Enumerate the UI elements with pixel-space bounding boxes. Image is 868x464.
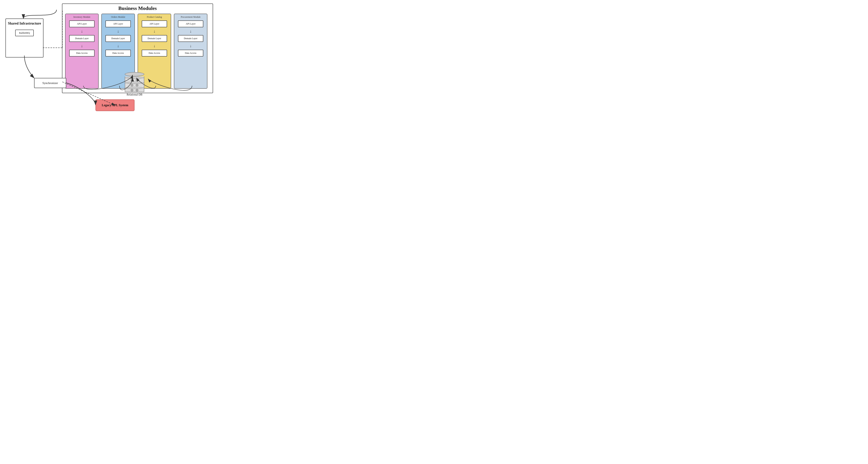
product-catalog-title: Product Catalog xyxy=(140,16,169,19)
product-arrow-1: ↓ xyxy=(140,27,169,35)
procurement-module: Procurement Module API Layer ↓ Domain La… xyxy=(174,13,208,89)
procurement-domain-layer: Domain Layer xyxy=(178,35,203,42)
orders-arrow-2: ↓ xyxy=(104,42,132,50)
inventory-module-title: Inventory Module xyxy=(67,16,96,19)
product-data-access: Data Access xyxy=(142,50,167,57)
database-dot-1 xyxy=(131,79,133,82)
database-top xyxy=(125,72,144,76)
procurement-module-title: Procurement Module xyxy=(176,16,205,19)
database-ring-2 xyxy=(125,82,144,84)
procurement-arrow-1: ↓ xyxy=(176,27,205,35)
database-container: Relational DB xyxy=(123,72,146,97)
product-domain-layer: Domain Layer xyxy=(142,35,167,42)
orders-domain-layer: Domain Layer xyxy=(105,35,131,42)
database-cylinder xyxy=(125,72,144,92)
orders-module-title: Orders Module xyxy=(104,16,132,19)
synchronizer-box: Synchronizer xyxy=(34,78,66,88)
legacy-system-box: Legacy APL System xyxy=(95,99,134,111)
database-body xyxy=(125,76,144,92)
database-dot-4 xyxy=(136,84,138,87)
product-arrow-2: ↓ xyxy=(140,42,169,50)
database-dot-5 xyxy=(131,89,133,92)
database-label: Relational DB xyxy=(127,93,143,96)
business-modules-title: Business Modules xyxy=(62,5,213,11)
inventory-arrow-1: ↓ xyxy=(67,27,96,35)
inventory-module: Inventory Module API Layer ↓ Domain Laye… xyxy=(65,13,99,89)
database-dot-2 xyxy=(136,79,138,82)
diagram-container: Business Modules Inventory Module API La… xyxy=(0,0,217,116)
orders-data-access: Data Access xyxy=(105,50,131,57)
database-dot-3 xyxy=(131,84,133,87)
shared-infra-title: Shared Infrastructure xyxy=(8,21,41,26)
procurement-data-access: Data Access xyxy=(178,50,203,57)
orders-arrow-1: ↓ xyxy=(104,27,132,35)
procurement-api-layer: API Layer xyxy=(178,21,203,27)
inventory-data-access: Data Access xyxy=(69,50,95,57)
inventory-domain-layer: Domain Layer xyxy=(69,35,95,42)
shared-infrastructure-box: Shared Infrastructure RabbitMQ xyxy=(5,19,43,58)
inventory-api-layer: API Layer xyxy=(69,21,95,27)
procurement-arrow-2: ↓ xyxy=(176,42,205,50)
database-dot-6 xyxy=(136,89,138,92)
rabbitmq-box: RabbitMQ xyxy=(15,30,34,36)
inventory-arrow-2: ↓ xyxy=(67,42,96,50)
database-ring-1 xyxy=(125,77,144,79)
product-api-layer: API Layer xyxy=(142,21,167,27)
orders-api-layer: API Layer xyxy=(105,21,131,27)
database-ring-3 xyxy=(125,87,144,89)
